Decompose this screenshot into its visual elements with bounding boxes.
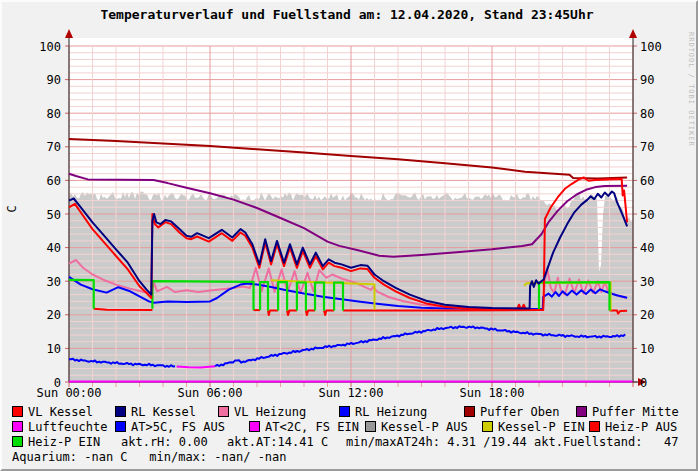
legend-item: Kessel-P AUS [365,421,468,433]
legend-swatch [12,436,23,447]
rrdtool-watermark: RRDTOOL / TOBI OETIKER [687,32,695,147]
legend-info-text: akt.Fuellstand: 47 [534,436,679,448]
legend-swatch [218,406,229,417]
legend-swatch [464,406,475,417]
legend-swatch [482,421,493,432]
legend-item: RL Kessel [115,406,196,418]
legend-info-text: akt.AT:14.41 C [227,436,328,448]
legend-swatch [115,406,126,417]
legend-swatch [249,421,260,432]
legend-swatch [12,421,23,432]
rrdtool-graph: Temperaturverlauf und Fuellstand am: 12.… [0,0,698,471]
legend-item: Puffer Oben [464,406,559,418]
legend-swatch [576,406,587,417]
legend-swatch [339,406,350,417]
legend-swatch [12,406,23,417]
legend-info-text: akt.rH: 0.00 [121,436,208,448]
legend-item: VL Kessel [12,406,93,418]
legend-item: AT>5C, FS AUS [115,421,225,433]
legend-item: VL Heizung [218,406,306,418]
legend-info-text: min/maxAT24h: 4.31 /19.44 [346,436,527,448]
legend-item: AT<2C, FS EIN [249,421,359,433]
legend-item: Heiz-P EIN [12,436,100,448]
legend-item: Kessel-P EIN [482,421,585,433]
legend-swatch [365,421,376,432]
legend-swatch [589,421,600,432]
legend: VL KesselRL KesselVL HeizungRL HeizungPu… [2,2,698,471]
legend-swatch [115,421,126,432]
legend-item: Heiz-P AUS [589,421,677,433]
legend-item: Luftfeuchte [12,421,107,433]
legend-info-text: Aquarium: -nan C min/max: -nan/ -nan [12,451,287,463]
legend-item: RL Heizung [339,406,427,418]
legend-item: Puffer Mitte [576,406,679,418]
